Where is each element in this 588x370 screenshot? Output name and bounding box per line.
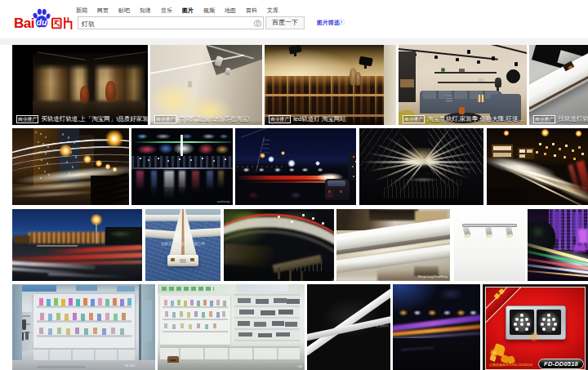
svg-text:du: du xyxy=(37,17,47,27)
